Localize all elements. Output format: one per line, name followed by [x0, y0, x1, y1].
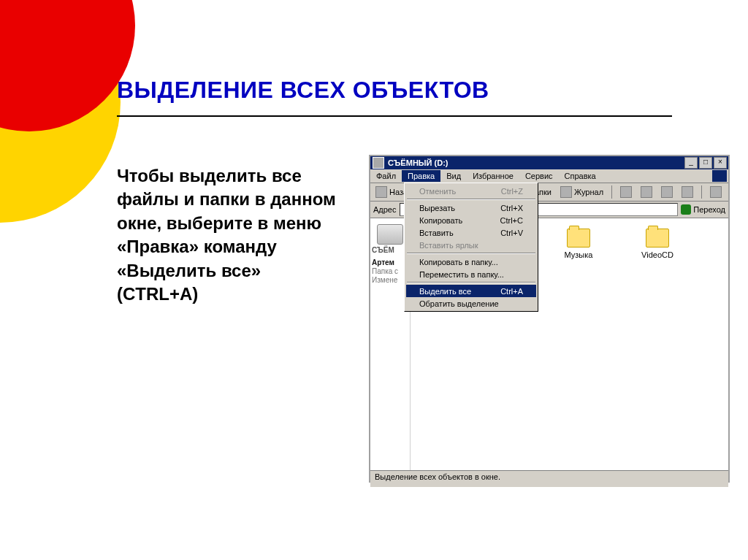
explorer-window: СЪЁМНЫЙ (D:) _ □ × Файл Правка Вид Избра… — [369, 155, 730, 483]
close-button[interactable]: × — [714, 157, 727, 169]
menu-item[interactable]: Переместить в папку... — [406, 268, 536, 280]
menu-item-shortcut: Ctrl+V — [500, 229, 523, 237]
copy-icon — [641, 186, 652, 198]
slide-title: ВЫДЕЛЕНИЕ ВСЕХ ОБЪЕКТОВ — [117, 77, 489, 104]
menubar-logo — [712, 170, 727, 182]
copy-button[interactable] — [638, 185, 654, 199]
menu-edit[interactable]: Правка — [402, 170, 440, 182]
menu-favorites[interactable]: Избранное — [467, 170, 519, 182]
titlebar: СЪЁМНЫЙ (D:) _ □ × — [370, 156, 728, 169]
menu-item: ОтменитьCtrl+Z — [406, 185, 536, 197]
menu-item-shortcut: Ctrl+A — [500, 287, 523, 296]
menu-item-label: Выделить все — [419, 287, 471, 296]
history-button[interactable]: Журнал — [558, 185, 606, 199]
folder-label: Музыка — [565, 250, 593, 259]
maximize-button[interactable]: □ — [699, 157, 712, 169]
menu-separator — [407, 253, 535, 254]
undo-icon — [682, 186, 693, 198]
delete-icon — [661, 186, 673, 198]
menu-separator — [407, 282, 535, 283]
menu-item[interactable]: Обратить выделение — [406, 297, 536, 310]
menu-item-label: Переместить в папку... — [419, 270, 504, 279]
menu-separator — [407, 199, 535, 200]
side-section-title: Артем — [372, 258, 408, 266]
menu-item-label: Копировать — [419, 216, 462, 225]
title-underline — [117, 115, 672, 117]
folder-icon — [567, 229, 590, 248]
edit-menu-dropdown: ОтменитьCtrl+ZВырезатьCtrl+XКопироватьCt… — [404, 183, 538, 312]
side-line: Папка с — [372, 267, 408, 275]
menu-item-label: Вставить ярлык — [419, 241, 478, 250]
menu-view[interactable]: Вид — [440, 170, 467, 182]
menu-item-label: Отменить — [419, 187, 456, 196]
drive-thumb-label: СЪЁМ — [372, 246, 408, 254]
menubar: Файл Правка Вид Избранное Сервис Справка — [370, 169, 728, 183]
history-label: Журнал — [574, 188, 603, 196]
menu-item-shortcut: Ctrl+X — [500, 204, 523, 212]
menu-tools[interactable]: Сервис — [519, 170, 559, 182]
menu-item-shortcut: Ctrl+C — [500, 216, 523, 225]
menu-item-label: Вырезать — [419, 204, 455, 212]
back-icon — [375, 186, 387, 198]
minimize-button[interactable]: _ — [684, 157, 698, 169]
delete-button[interactable] — [659, 185, 675, 199]
go-button[interactable]: Переход — [681, 204, 725, 215]
menu-item-label: Обратить выделение — [419, 299, 499, 308]
side-line: Измене — [372, 276, 408, 284]
menu-item-label: Вставить — [419, 229, 454, 237]
menu-item[interactable]: Выделить всеCtrl+A — [406, 285, 536, 297]
menu-item-label: Копировать в папку... — [419, 258, 498, 266]
menu-help[interactable]: Справка — [559, 170, 602, 182]
go-icon — [681, 204, 691, 215]
window-title: СЪЁМНЫЙ (D:) — [386, 158, 684, 167]
menu-item: Вставить ярлык — [406, 239, 536, 251]
menu-item[interactable]: ВырезатьCtrl+X — [406, 202, 536, 214]
move-button[interactable] — [618, 185, 634, 199]
folder-item[interactable]: VideoCD — [636, 229, 679, 259]
drive-icon — [373, 157, 384, 169]
slide-body-text: Чтобы выделить все файлы и папки в данно… — [117, 164, 343, 306]
folder-item[interactable]: Музыка — [557, 229, 600, 259]
drive-thumb-icon — [377, 224, 403, 245]
menu-file[interactable]: Файл — [370, 170, 402, 182]
menu-item[interactable]: ВставитьCtrl+V — [406, 226, 536, 239]
folder-icon — [646, 229, 669, 248]
menu-item[interactable]: КопироватьCtrl+C — [406, 214, 536, 226]
toolbar-separator — [611, 185, 612, 199]
status-bar: Выделение всех объектов в окне. — [370, 470, 728, 487]
toolbar-separator — [701, 185, 702, 199]
menu-item[interactable]: Копировать в папку... — [406, 256, 536, 268]
move-icon — [620, 186, 632, 198]
views-button[interactable] — [708, 185, 724, 199]
history-icon — [560, 186, 572, 198]
views-icon — [710, 186, 722, 198]
go-label: Переход — [693, 205, 725, 214]
undo-button[interactable] — [679, 185, 695, 199]
menu-item-shortcut: Ctrl+Z — [501, 187, 523, 196]
folder-label: VideoCD — [641, 250, 673, 259]
address-label: Адрес — [373, 205, 397, 214]
